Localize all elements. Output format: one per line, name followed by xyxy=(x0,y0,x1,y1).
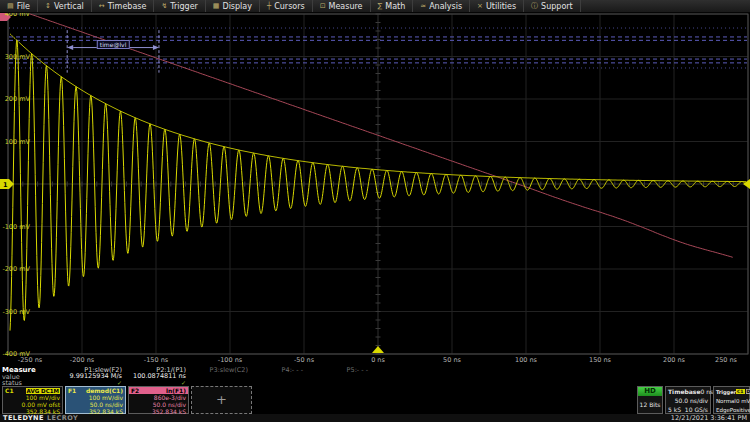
trigger-title: Trigger xyxy=(716,389,736,395)
x-axis-label: 200 ns xyxy=(663,356,685,364)
menu-analysis-label: Analysis xyxy=(429,2,462,11)
c1-vdiv: 100 mV/div xyxy=(3,394,62,401)
x-axis-label: 100 ns xyxy=(515,356,537,364)
y-axis-label: 300 mV xyxy=(1,53,30,61)
trigger-icon: ↯ xyxy=(161,0,167,12)
y-axis-label: -100 mV xyxy=(1,223,30,231)
trigger-box[interactable]: Trigger C1 DC Normal 0 mV Edge Positive xyxy=(713,386,750,414)
f2-tdiv: 50.0 ns/div xyxy=(129,401,188,408)
menu-math[interactable]: ∑Math xyxy=(371,0,414,12)
menu-support[interactable]: ⓘSupport xyxy=(524,0,581,12)
x-axis-label: -200 ns xyxy=(70,356,94,364)
timebase-rate: 10 GS/s xyxy=(685,406,708,413)
y-axis-label: 100 mV xyxy=(1,138,30,146)
y-axis-label: 200 mV xyxy=(1,95,30,103)
f2-vdiv: 860e-3/div xyxy=(129,394,188,401)
menu-support-label: Support xyxy=(541,2,573,11)
x-axis-label: 150 ns xyxy=(589,356,611,364)
hd-mode-box[interactable]: HD 12 Bits xyxy=(637,386,663,414)
add-trace-button[interactable]: + xyxy=(191,386,252,414)
measure-table: Measure value status P1:slew(F2)9.991259… xyxy=(0,367,750,386)
menu-trigger[interactable]: ↯Trigger xyxy=(154,0,205,12)
oscilloscope-app: ▤File↕Vertical↔Timebase↯Trigger▦Display┼… xyxy=(0,0,750,422)
menu-cursors-label: Cursors xyxy=(274,2,304,11)
c1-offset: 0.00 mV ofst xyxy=(3,401,62,408)
timebase-samples: 5 kS xyxy=(668,406,681,413)
c1-zero-marker-label: 1 xyxy=(3,181,8,189)
menu-vertical[interactable]: ↕Vertical xyxy=(38,0,92,12)
trigger-coupling-badge: DC xyxy=(746,389,750,395)
utilities-icon: × xyxy=(477,0,483,12)
status-bar: TELEDYNELECROY 12/21/2021 3:36:41 PM xyxy=(0,414,750,422)
menu-measure-label: Measure xyxy=(329,2,363,11)
trace-f2-ln xyxy=(30,14,733,257)
hd-badge: HD xyxy=(638,387,662,396)
x-axis-label: -50 ns xyxy=(294,356,314,364)
x-axis-label: -100 ns xyxy=(218,356,242,364)
measure-icon: ⊡ xyxy=(320,0,326,12)
math-icon: ∑ xyxy=(378,0,383,12)
f1-tdiv: 50.0 ns/div xyxy=(66,401,125,408)
menu-display[interactable]: ▦Display xyxy=(206,0,260,12)
gate-annotation-label: time@lvl xyxy=(97,40,129,49)
trigger-source-badge: C1 xyxy=(736,389,744,395)
trigger-time-marker[interactable] xyxy=(372,346,384,353)
x-axis-label: 0 ns xyxy=(371,356,385,364)
menu-utilities[interactable]: ×Utilities xyxy=(470,0,524,12)
brand-primary: TELEDYNE xyxy=(3,414,44,422)
channel-markers: 1 xyxy=(0,13,750,353)
menu-measure[interactable]: ⊡Measure xyxy=(313,0,371,12)
menu-trigger-label: Trigger xyxy=(170,2,198,11)
support-icon: ⓘ xyxy=(531,0,538,12)
menu-file[interactable]: ▤File xyxy=(0,0,38,12)
f1-label: F1 xyxy=(68,387,76,394)
descriptor-c1[interactable]: C1 AVG DC1M 100 mV/div 0.00 mV ofst 352.… xyxy=(2,386,63,414)
cursors-icon: ┼ xyxy=(267,0,271,12)
timebase-icon: ↔ xyxy=(99,0,105,12)
analysis-icon: ≈ xyxy=(420,0,426,12)
trigger-mode: Normal xyxy=(716,398,736,404)
menu-analysis[interactable]: ≈Analysis xyxy=(413,0,470,12)
f1-function: demod(C1) xyxy=(86,387,123,394)
menu-bar: ▤File↕Vertical↔Timebase↯Trigger▦Display┼… xyxy=(0,0,750,13)
trigger-slope: Positive xyxy=(730,407,750,413)
timebase-title: Timebase xyxy=(668,388,700,395)
descriptor-f1[interactable]: F1 demod(C1) 100 mV/div 50.0 ns/div 352.… xyxy=(65,386,126,414)
menu-utilities-label: Utilities xyxy=(486,2,516,11)
f1-vdiv: 100 mV/div xyxy=(66,394,125,401)
y-axis-label: -200 mV xyxy=(1,265,30,273)
menu-display-label: Display xyxy=(222,2,252,11)
c1-label: C1 xyxy=(5,387,14,394)
brand-logo: TELEDYNELECROY xyxy=(3,414,78,422)
file-icon: ▤ xyxy=(7,0,14,12)
x-axis-label: -150 ns xyxy=(144,356,168,364)
trigger-level: 0 mV xyxy=(736,398,750,404)
y-axis-label: -400 mV xyxy=(1,350,30,358)
scope-display: 1 xyxy=(0,0,750,368)
hd-bits: 12 Bits xyxy=(638,396,662,413)
c1-coupling-badge: AVG DC1M xyxy=(26,388,60,394)
menu-timebase[interactable]: ↔Timebase xyxy=(92,0,155,12)
descriptor-f2[interactable]: F2 ln(F1) 860e-3/div 50.0 ns/div 352.834… xyxy=(128,386,189,414)
y-axis-label: -300 mV xyxy=(1,308,30,316)
f2-label: F2 xyxy=(131,387,139,394)
brand-secondary: LECROY xyxy=(47,414,78,422)
x-axis-label: 50 ns xyxy=(443,356,461,364)
trigger-type: Edge xyxy=(716,407,730,413)
timebase-box[interactable]: Timebase 0 ns 50.0 ns/div 5 kS 10 GS/s xyxy=(665,386,711,414)
menu-math-label: Math xyxy=(385,2,405,11)
menu-vertical-label: Vertical xyxy=(54,2,84,11)
measure-p5-status xyxy=(273,380,368,386)
display-icon: ▦ xyxy=(213,0,220,12)
f2-function: ln(F1) xyxy=(166,387,186,394)
measure-p5[interactable]: P5:- - - xyxy=(273,367,368,386)
x-axis-label: 250 ns xyxy=(715,356,737,364)
timebase-offset: 0 ns xyxy=(700,388,713,395)
trigger-level-marker[interactable] xyxy=(743,179,750,189)
timebase-scale: 50.0 ns/div xyxy=(675,397,708,404)
vertical-icon: ↕ xyxy=(45,0,51,12)
menu-cursors[interactable]: ┼Cursors xyxy=(260,0,313,12)
menu-file-label: File xyxy=(17,2,30,11)
clock: 12/21/2021 3:36:41 PM xyxy=(671,414,747,422)
menu-timebase-label: Timebase xyxy=(108,2,147,11)
